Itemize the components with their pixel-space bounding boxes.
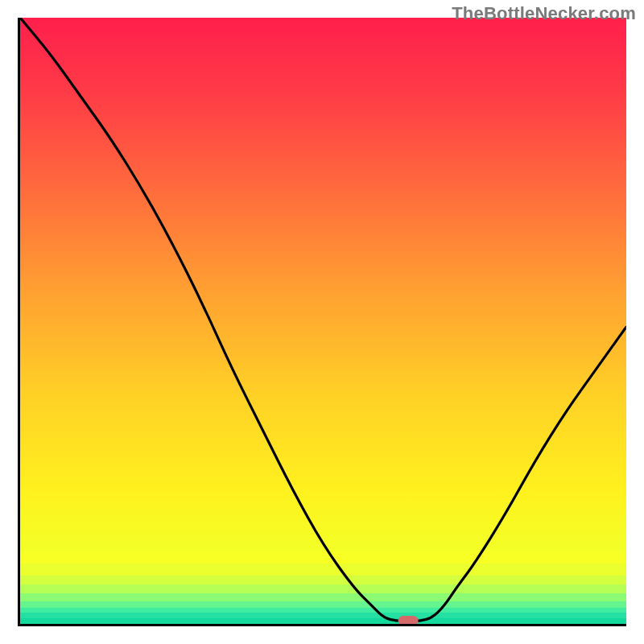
bottleneck-minimum-marker — [398, 616, 418, 625]
plot-area — [20, 18, 626, 624]
bottleneck-curve-path — [20, 18, 626, 621]
chart-container: TheBottleNecker.com — [0, 0, 644, 644]
plot-frame — [18, 18, 626, 626]
attribution-label: TheBottleNecker.com — [452, 3, 636, 24]
bottleneck-curve — [20, 18, 626, 624]
